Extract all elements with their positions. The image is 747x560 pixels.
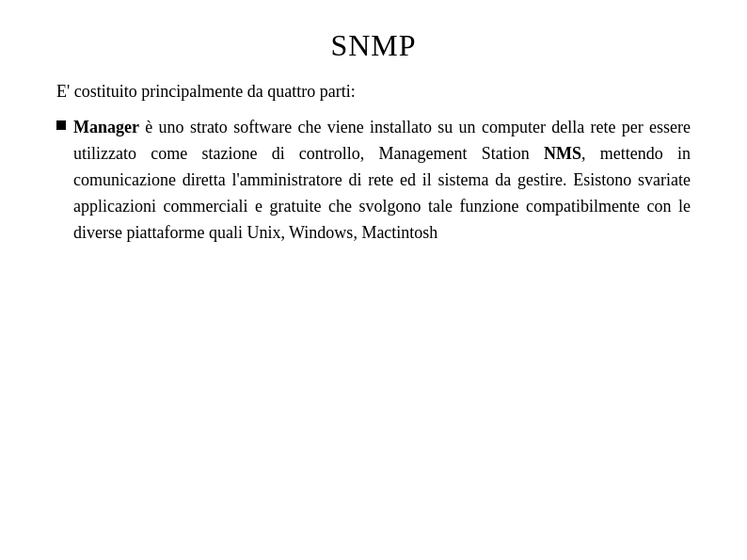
content-area: Manager è uno strato software che viene …	[56, 115, 691, 246]
manager-label: Manager	[73, 118, 139, 136]
nms-label: NMS	[544, 144, 581, 163]
page-title: SNMP	[330, 28, 416, 63]
paragraph-manager: Manager è uno strato software che viene …	[73, 115, 691, 246]
intro-text: E' costituito principalmente da quattro …	[56, 82, 356, 102]
bullet-icon	[56, 120, 66, 130]
